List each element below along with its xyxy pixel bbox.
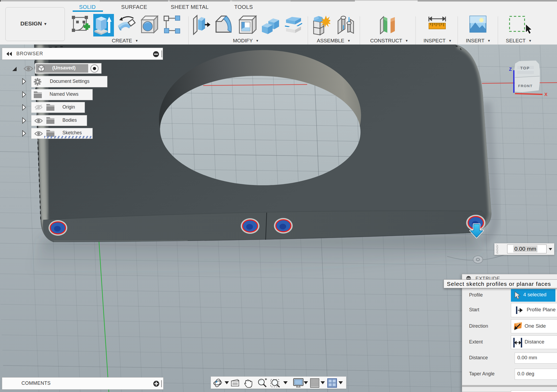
svg-text:X: X (544, 92, 548, 97)
svg-text:Z: Z (509, 67, 512, 72)
svg-text:FRONT: FRONT (518, 84, 533, 88)
svg-text:TOP: TOP (520, 66, 530, 70)
